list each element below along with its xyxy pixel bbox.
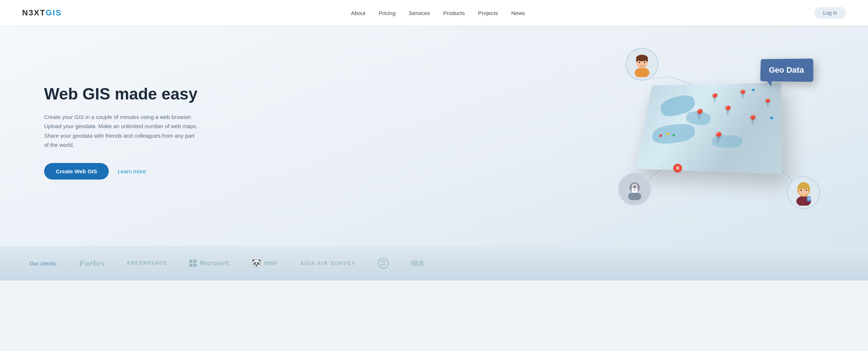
main-nav: About Pricing Services Products Projects… xyxy=(351,10,525,16)
nav-about[interactable]: About xyxy=(351,10,365,16)
client-asia-air-survey: ASIA AIR SURVEY xyxy=(300,260,356,266)
logo-text-main: N3XT xyxy=(22,8,46,18)
client-microsoft: Microsoft xyxy=(189,260,229,267)
logo-text-accent: GIS xyxy=(46,8,62,18)
svg-rect-3 xyxy=(636,59,638,62)
hero-description: Create your GIS in a couple of minutes u… xyxy=(44,112,198,150)
hero-title: Web GIS made easy xyxy=(44,85,198,104)
svg-point-11 xyxy=(628,192,641,200)
client-logos: Forbes GREENPEACE Microsoft 🐼 WWF ASIA A… xyxy=(79,258,839,269)
hero-illustration: 📍 📍 📍 📍 📍 📍 📍 Geo Data ✕ xyxy=(618,48,824,217)
svg-point-5 xyxy=(639,62,640,63)
logo[interactable]: N3XTGIS xyxy=(22,8,62,18)
svg-rect-4 xyxy=(646,59,648,62)
nav-news[interactable]: News xyxy=(511,10,525,16)
hero-text-block: Web GIS made easy Create your GIS in a c… xyxy=(44,85,198,180)
geo-bubble-text: Geo Data xyxy=(769,65,804,75)
svg-point-14 xyxy=(634,189,635,191)
avatar-lock-icon xyxy=(624,178,646,200)
svg-point-0 xyxy=(635,68,649,77)
svg-rect-24 xyxy=(807,197,810,200)
client-wwf: 🐼 WWF xyxy=(251,258,278,268)
wwf-panda-icon: 🐼 xyxy=(251,258,262,268)
nav-projects[interactable]: Projects xyxy=(478,10,498,16)
svg-point-21 xyxy=(800,189,802,191)
nav-services[interactable]: Services xyxy=(409,10,430,16)
clients-label: Our clients: xyxy=(29,260,57,267)
clients-bar: Our clients: Forbes GREENPEACE Microsoft… xyxy=(0,246,868,281)
login-button[interactable]: Log in xyxy=(814,7,846,19)
avatar-male-icon xyxy=(629,51,655,77)
client-ibs: IBS xyxy=(411,259,424,268)
svg-line-7 xyxy=(645,108,782,122)
svg-rect-20 xyxy=(808,187,810,192)
svg-point-18 xyxy=(798,183,809,189)
svg-point-22 xyxy=(806,189,807,191)
svg-rect-19 xyxy=(797,187,799,192)
hero-buttons: Create Web GIS Learn more xyxy=(44,163,198,180)
geo-data-bubble: Geo Data xyxy=(760,59,813,82)
avatar-top xyxy=(625,48,659,81)
nav-products[interactable]: Products xyxy=(443,10,465,16)
hero-section: Web GIS made easy Create your GIS in a c… xyxy=(0,26,868,246)
microsoft-grid-icon xyxy=(189,260,197,267)
avatar-bottom-right xyxy=(787,176,820,209)
undp-emblem-icon: UNDP xyxy=(378,258,389,269)
site-header: N3XTGIS About Pricing Services Products … xyxy=(0,0,868,26)
svg-line-8 xyxy=(643,128,782,136)
iso-map: 📍 📍 📍 📍 📍 📍 📍 xyxy=(636,83,782,174)
x-badge: ✕ xyxy=(673,164,682,173)
avatar-female-icon xyxy=(791,180,817,206)
client-undp: UNDP xyxy=(378,258,389,269)
nav-pricing[interactable]: Pricing xyxy=(379,10,395,16)
client-forbes: Forbes xyxy=(79,258,105,268)
create-webgis-button[interactable]: Create Web GIS xyxy=(44,163,109,180)
svg-line-9 xyxy=(672,84,700,171)
avatar-bottom-left xyxy=(618,173,651,206)
learn-more-link[interactable]: Learn more xyxy=(118,168,146,174)
svg-point-6 xyxy=(644,62,645,63)
client-greenpeace: GREENPEACE xyxy=(127,260,167,267)
